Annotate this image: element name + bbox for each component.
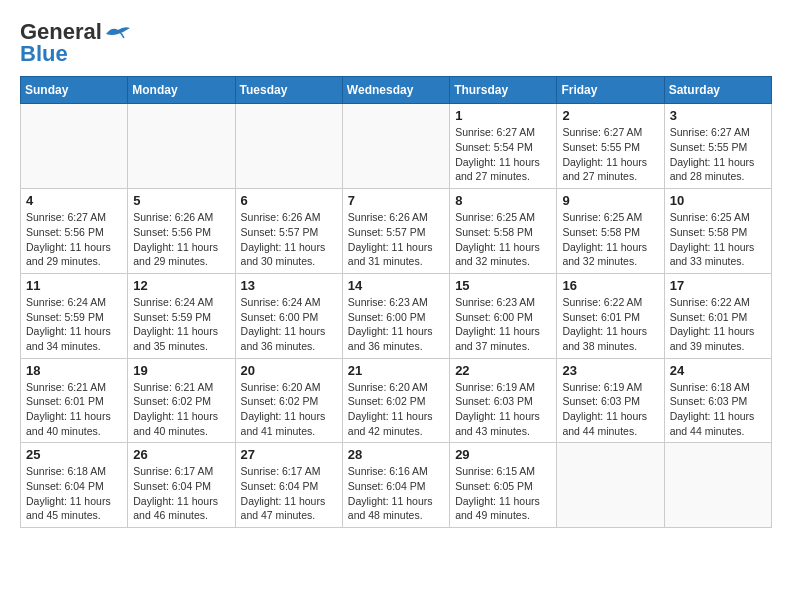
- logo-bird-icon: [104, 24, 132, 42]
- calendar-cell: 8Sunrise: 6:25 AMSunset: 5:58 PMDaylight…: [450, 189, 557, 274]
- calendar-cell: 1Sunrise: 6:27 AMSunset: 5:54 PMDaylight…: [450, 104, 557, 189]
- calendar-cell: 17Sunrise: 6:22 AMSunset: 6:01 PMDayligh…: [664, 273, 771, 358]
- calendar-cell: 18Sunrise: 6:21 AMSunset: 6:01 PMDayligh…: [21, 358, 128, 443]
- day-number: 11: [26, 278, 122, 293]
- day-info: Sunrise: 6:19 AMSunset: 6:03 PMDaylight:…: [455, 380, 551, 439]
- calendar-cell: [342, 104, 449, 189]
- day-number: 21: [348, 363, 444, 378]
- day-number: 26: [133, 447, 229, 462]
- day-info: Sunrise: 6:22 AMSunset: 6:01 PMDaylight:…: [562, 295, 658, 354]
- day-number: 6: [241, 193, 337, 208]
- day-info: Sunrise: 6:19 AMSunset: 6:03 PMDaylight:…: [562, 380, 658, 439]
- day-number: 20: [241, 363, 337, 378]
- calendar-cell: 23Sunrise: 6:19 AMSunset: 6:03 PMDayligh…: [557, 358, 664, 443]
- day-number: 15: [455, 278, 551, 293]
- day-number: 28: [348, 447, 444, 462]
- day-info: Sunrise: 6:22 AMSunset: 6:01 PMDaylight:…: [670, 295, 766, 354]
- day-number: 22: [455, 363, 551, 378]
- calendar-cell: 6Sunrise: 6:26 AMSunset: 5:57 PMDaylight…: [235, 189, 342, 274]
- day-number: 19: [133, 363, 229, 378]
- calendar-cell: [235, 104, 342, 189]
- day-number: 12: [133, 278, 229, 293]
- calendar-cell: 28Sunrise: 6:16 AMSunset: 6:04 PMDayligh…: [342, 443, 449, 528]
- day-info: Sunrise: 6:17 AMSunset: 6:04 PMDaylight:…: [133, 464, 229, 523]
- calendar-cell: [557, 443, 664, 528]
- weekday-header-saturday: Saturday: [664, 77, 771, 104]
- day-info: Sunrise: 6:26 AMSunset: 5:56 PMDaylight:…: [133, 210, 229, 269]
- calendar-cell: 19Sunrise: 6:21 AMSunset: 6:02 PMDayligh…: [128, 358, 235, 443]
- day-info: Sunrise: 6:25 AMSunset: 5:58 PMDaylight:…: [670, 210, 766, 269]
- weekday-header-tuesday: Tuesday: [235, 77, 342, 104]
- calendar-week-row: 1Sunrise: 6:27 AMSunset: 5:54 PMDaylight…: [21, 104, 772, 189]
- day-info: Sunrise: 6:23 AMSunset: 6:00 PMDaylight:…: [455, 295, 551, 354]
- weekday-header-thursday: Thursday: [450, 77, 557, 104]
- day-number: 29: [455, 447, 551, 462]
- calendar-cell: 22Sunrise: 6:19 AMSunset: 6:03 PMDayligh…: [450, 358, 557, 443]
- day-number: 27: [241, 447, 337, 462]
- day-number: 4: [26, 193, 122, 208]
- calendar-cell: 15Sunrise: 6:23 AMSunset: 6:00 PMDayligh…: [450, 273, 557, 358]
- calendar-cell: 10Sunrise: 6:25 AMSunset: 5:58 PMDayligh…: [664, 189, 771, 274]
- calendar-cell: [664, 443, 771, 528]
- calendar-cell: 29Sunrise: 6:15 AMSunset: 6:05 PMDayligh…: [450, 443, 557, 528]
- day-number: 8: [455, 193, 551, 208]
- day-number: 7: [348, 193, 444, 208]
- day-info: Sunrise: 6:25 AMSunset: 5:58 PMDaylight:…: [455, 210, 551, 269]
- day-number: 5: [133, 193, 229, 208]
- calendar-cell: 16Sunrise: 6:22 AMSunset: 6:01 PMDayligh…: [557, 273, 664, 358]
- day-number: 24: [670, 363, 766, 378]
- day-number: 14: [348, 278, 444, 293]
- calendar-week-row: 25Sunrise: 6:18 AMSunset: 6:04 PMDayligh…: [21, 443, 772, 528]
- weekday-header-sunday: Sunday: [21, 77, 128, 104]
- calendar-cell: [128, 104, 235, 189]
- day-info: Sunrise: 6:24 AMSunset: 5:59 PMDaylight:…: [133, 295, 229, 354]
- calendar-cell: 20Sunrise: 6:20 AMSunset: 6:02 PMDayligh…: [235, 358, 342, 443]
- day-info: Sunrise: 6:24 AMSunset: 6:00 PMDaylight:…: [241, 295, 337, 354]
- day-info: Sunrise: 6:21 AMSunset: 6:01 PMDaylight:…: [26, 380, 122, 439]
- day-info: Sunrise: 6:18 AMSunset: 6:04 PMDaylight:…: [26, 464, 122, 523]
- day-number: 17: [670, 278, 766, 293]
- day-number: 18: [26, 363, 122, 378]
- logo: General Blue: [20, 20, 132, 66]
- weekday-header-monday: Monday: [128, 77, 235, 104]
- day-number: 2: [562, 108, 658, 123]
- day-info: Sunrise: 6:20 AMSunset: 6:02 PMDaylight:…: [241, 380, 337, 439]
- day-number: 16: [562, 278, 658, 293]
- day-info: Sunrise: 6:20 AMSunset: 6:02 PMDaylight:…: [348, 380, 444, 439]
- day-info: Sunrise: 6:18 AMSunset: 6:03 PMDaylight:…: [670, 380, 766, 439]
- calendar-cell: 24Sunrise: 6:18 AMSunset: 6:03 PMDayligh…: [664, 358, 771, 443]
- calendar-cell: 3Sunrise: 6:27 AMSunset: 5:55 PMDaylight…: [664, 104, 771, 189]
- day-number: 13: [241, 278, 337, 293]
- calendar-cell: 7Sunrise: 6:26 AMSunset: 5:57 PMDaylight…: [342, 189, 449, 274]
- calendar-cell: 4Sunrise: 6:27 AMSunset: 5:56 PMDaylight…: [21, 189, 128, 274]
- calendar-week-row: 11Sunrise: 6:24 AMSunset: 5:59 PMDayligh…: [21, 273, 772, 358]
- day-number: 25: [26, 447, 122, 462]
- day-info: Sunrise: 6:26 AMSunset: 5:57 PMDaylight:…: [241, 210, 337, 269]
- calendar-cell: 26Sunrise: 6:17 AMSunset: 6:04 PMDayligh…: [128, 443, 235, 528]
- calendar-cell: 9Sunrise: 6:25 AMSunset: 5:58 PMDaylight…: [557, 189, 664, 274]
- calendar-table: SundayMondayTuesdayWednesdayThursdayFrid…: [20, 76, 772, 528]
- calendar-cell: 14Sunrise: 6:23 AMSunset: 6:00 PMDayligh…: [342, 273, 449, 358]
- calendar-cell: 25Sunrise: 6:18 AMSunset: 6:04 PMDayligh…: [21, 443, 128, 528]
- day-info: Sunrise: 6:26 AMSunset: 5:57 PMDaylight:…: [348, 210, 444, 269]
- calendar-header-row: SundayMondayTuesdayWednesdayThursdayFrid…: [21, 77, 772, 104]
- day-info: Sunrise: 6:27 AMSunset: 5:55 PMDaylight:…: [562, 125, 658, 184]
- day-info: Sunrise: 6:23 AMSunset: 6:00 PMDaylight:…: [348, 295, 444, 354]
- calendar-cell: 5Sunrise: 6:26 AMSunset: 5:56 PMDaylight…: [128, 189, 235, 274]
- day-info: Sunrise: 6:25 AMSunset: 5:58 PMDaylight:…: [562, 210, 658, 269]
- day-info: Sunrise: 6:21 AMSunset: 6:02 PMDaylight:…: [133, 380, 229, 439]
- calendar-cell: 13Sunrise: 6:24 AMSunset: 6:00 PMDayligh…: [235, 273, 342, 358]
- day-info: Sunrise: 6:27 AMSunset: 5:55 PMDaylight:…: [670, 125, 766, 184]
- day-info: Sunrise: 6:24 AMSunset: 5:59 PMDaylight:…: [26, 295, 122, 354]
- day-info: Sunrise: 6:15 AMSunset: 6:05 PMDaylight:…: [455, 464, 551, 523]
- day-number: 3: [670, 108, 766, 123]
- calendar-cell: 27Sunrise: 6:17 AMSunset: 6:04 PMDayligh…: [235, 443, 342, 528]
- calendar-cell: 21Sunrise: 6:20 AMSunset: 6:02 PMDayligh…: [342, 358, 449, 443]
- calendar-cell: 12Sunrise: 6:24 AMSunset: 5:59 PMDayligh…: [128, 273, 235, 358]
- day-info: Sunrise: 6:27 AMSunset: 5:54 PMDaylight:…: [455, 125, 551, 184]
- weekday-header-friday: Friday: [557, 77, 664, 104]
- calendar-week-row: 18Sunrise: 6:21 AMSunset: 6:01 PMDayligh…: [21, 358, 772, 443]
- day-info: Sunrise: 6:16 AMSunset: 6:04 PMDaylight:…: [348, 464, 444, 523]
- day-number: 23: [562, 363, 658, 378]
- day-number: 10: [670, 193, 766, 208]
